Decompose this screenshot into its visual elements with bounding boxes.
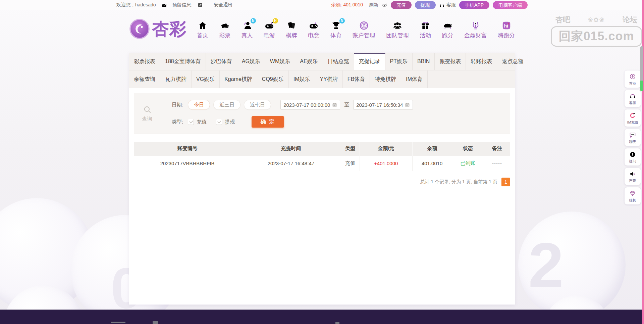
nav-item-team[interactable]: 团队管理 [386, 20, 409, 39]
mobile-app-button[interactable]: 手机APP [459, 1, 489, 9]
tab-BBIN[interactable]: BBIN [413, 53, 435, 70]
to-label: 至 [344, 102, 349, 108]
eye-off-icon[interactable] [382, 2, 387, 8]
nav-item-esports[interactable]: 电竞 [308, 20, 319, 39]
top-icon [629, 73, 636, 80]
diamond-icon [629, 190, 636, 197]
nav-item-label: 金鼎财富 [464, 32, 487, 39]
date-from-input[interactable]: 2023-07-17 00:00:00 [280, 100, 340, 110]
pagination: 总计 1 个记录, 分为 1 页, 当前第 1 页 1 [420, 178, 510, 186]
refresh-link[interactable]: 刷新 [369, 2, 378, 8]
sidebar-item-im-recharge[interactable]: IM充值 [625, 109, 641, 127]
tab-沙巴体育[interactable]: 沙巴体育 [206, 53, 237, 70]
tab-VG娱乐[interactable]: VG娱乐 [192, 71, 220, 88]
tab-YY棋牌[interactable]: YY棋牌 [315, 71, 343, 88]
nav-item-cards[interactable]: 棋牌 [286, 20, 297, 39]
cards-icon [286, 20, 297, 31]
tab-彩票报表[interactable]: 彩票报表 [129, 53, 160, 70]
nav-item-sports[interactable]: N体育 [330, 20, 342, 39]
nav-item-hi[interactable]: 嗨跑分 [498, 20, 515, 39]
date-to-input[interactable]: 2023-07-17 16:50:34 [353, 100, 413, 110]
nav-item-rhino[interactable]: 跑分 [442, 20, 453, 39]
esports-icon [309, 20, 319, 31]
date-label: 日期: [172, 102, 183, 108]
date-preset-近七日[interactable]: 近七日 [244, 100, 271, 110]
sidebar-item-top[interactable]: 首页 [625, 71, 641, 88]
tab-转账报表[interactable]: 转账报表 [466, 53, 497, 70]
table-header-cell: 状态 [452, 142, 484, 156]
rhino-icon [443, 20, 453, 31]
tab-余额查询[interactable]: 余额查询 [129, 71, 160, 88]
tab-IM娱乐[interactable]: IM娱乐 [289, 71, 315, 88]
date-preset-近三日[interactable]: 近三日 [213, 100, 240, 110]
sidebar-item-headset[interactable]: 客服 [625, 90, 641, 107]
nav-item-label: 棋牌 [286, 32, 297, 39]
im-recharge-icon [629, 112, 636, 119]
type-checkbox-充值[interactable]: 充值 [188, 119, 207, 125]
nav-item-label: 首页 [197, 32, 208, 39]
sidebar-item-question[interactable]: 疑问 [625, 148, 641, 166]
nav-item-label: 真人 [241, 32, 253, 39]
nav-item-lottery[interactable]: 彩票 [219, 20, 230, 39]
tab-返点总额[interactable]: 返点总额 [497, 53, 528, 70]
withdraw-button[interactable]: 提现 [415, 1, 436, 9]
brand-logo[interactable]: 杏彩 [129, 18, 187, 40]
nav-item-gift[interactable]: 活动 [420, 20, 431, 39]
tab-瓦力棋牌[interactable]: 瓦力棋牌 [160, 71, 192, 88]
tab-充提记录[interactable]: 充提记录 [354, 53, 385, 70]
tab-188金宝博体育[interactable]: 188金宝博体育 [160, 53, 206, 70]
tab-IM体育[interactable]: IM体育 [401, 71, 428, 88]
nav-item-label: 团队管理 [386, 32, 409, 39]
tab-特免棋牌[interactable]: 特免棋牌 [370, 71, 401, 88]
table-cell: 已到账 [452, 156, 484, 171]
tab-Kgame棋牌[interactable]: Kgame棋牌 [220, 71, 257, 88]
table-header-cell: 账变编号 [134, 142, 241, 156]
nav-item-wealth[interactable]: 金鼎财富 [464, 20, 487, 39]
headset-icon [439, 2, 445, 8]
nav-item-egame[interactable]: H电游 [264, 20, 275, 39]
sidebar-item-chat[interactable]: 聊天 [625, 129, 641, 146]
type-checkbox-提现[interactable]: 提现 [216, 119, 235, 125]
account-icon [359, 20, 369, 31]
tab-账变报表[interactable]: 账变报表 [435, 53, 466, 70]
tab-PT娱乐[interactable]: PT娱乐 [385, 53, 413, 70]
logout-link[interactable]: 安全退出 [214, 2, 232, 8]
confirm-button[interactable]: 确 定 [252, 116, 284, 128]
nav-item-home[interactable]: 首页 [197, 20, 208, 39]
reserved-info-label: 预留信息: [172, 2, 193, 8]
nav-item-account[interactable]: 账户管理 [353, 20, 375, 39]
sidebar-item-mute[interactable]: 声音 [625, 168, 641, 185]
service-link[interactable]: 客服 [439, 2, 456, 8]
nav-item-label: 电游 [264, 32, 275, 39]
records-table: 账变编号充提时间类型金额/元余额状态备注 20230717VBBHBBHFIB2… [134, 142, 510, 171]
badge-n: N [339, 18, 345, 24]
checkbox-icon [216, 119, 222, 125]
tab-WM娱乐[interactable]: WM娱乐 [265, 53, 295, 70]
question-icon [629, 151, 636, 158]
lottery-icon [220, 20, 230, 31]
sidebar-item-label: 首页 [629, 81, 636, 86]
table-cell: ----- [484, 156, 510, 171]
scrollbar-thumb-green[interactable] [640, 81, 643, 91]
pc-client-button[interactable]: 电脑客户端 [493, 1, 528, 9]
edit-icon[interactable] [198, 2, 203, 8]
date-preset-今日[interactable]: 今日 [188, 100, 210, 110]
scrollbar-thumb[interactable] [640, 46, 643, 81]
tab-FB体育[interactable]: FB体育 [343, 71, 370, 88]
brand-name: 杏彩 [152, 18, 187, 40]
sidebar-item-label: 聊天 [629, 139, 636, 144]
type-label: 类型: [172, 119, 183, 125]
wealth-icon [471, 20, 481, 31]
tab-CQ9娱乐[interactable]: CQ9娱乐 [257, 71, 289, 88]
sidebar-item-diamond[interactable]: 挂机 [625, 187, 641, 204]
page-button-1[interactable]: 1 [501, 178, 510, 186]
tab-日结总览[interactable]: 日结总览 [323, 53, 354, 70]
home-icon [198, 20, 208, 31]
tab-AG娱乐[interactable]: AG娱乐 [237, 53, 265, 70]
deposit-button[interactable]: 充值 [391, 1, 412, 9]
table-cell: +401.0000 [360, 156, 412, 171]
nav-item-live[interactable]: N真人 [241, 20, 253, 39]
table-header-row: 账变编号充提时间类型金额/元余额状态备注 [134, 142, 510, 156]
tab-AE娱乐[interactable]: AE娱乐 [295, 53, 323, 70]
mail-icon[interactable] [161, 2, 167, 8]
